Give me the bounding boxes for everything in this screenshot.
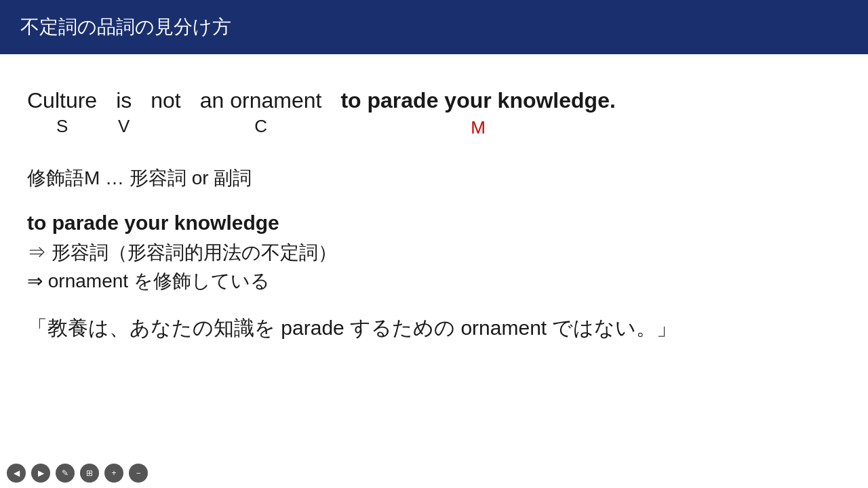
page-header: 不定詞の品詞の見分け方 — [0, 0, 868, 54]
modifier-text: 修飾語M … 形容詞 or 副詞 — [27, 165, 841, 191]
bottom-controls: ◀ ▶ ✎ ⊞ + − — [7, 464, 148, 483]
word-group-not: not — [151, 88, 180, 137]
label-v: V — [118, 116, 130, 137]
label-c: C — [254, 116, 267, 137]
edit-button[interactable]: ✎ — [56, 464, 75, 483]
translation-section: 「教養は、あなたの知識を parade するための ornament ではない。… — [27, 314, 841, 342]
label-empty — [163, 116, 168, 137]
word-group-culture: Culture S — [27, 88, 97, 137]
word-not: not — [151, 88, 180, 113]
word-ornament: an ornament — [200, 88, 322, 113]
prev-button[interactable]: ◀ — [7, 464, 26, 483]
word-group-is: is V — [116, 88, 132, 137]
word-culture: Culture — [27, 88, 97, 113]
explanation-line-2: ⇒ ornament を修飾している — [27, 268, 841, 294]
sentence-block: Culture S is V not an ornament C to — [27, 88, 841, 138]
label-s: S — [56, 116, 68, 137]
explanation-title: to parade your knowledge — [27, 211, 841, 235]
main-content: Culture S is V not an ornament C to — [0, 54, 868, 363]
explanation-line-1: ⇒ 形容詞（形容詞的用法の不定詞） — [27, 240, 841, 266]
word-is: is — [116, 88, 132, 113]
zoom-in-button[interactable]: + — [104, 464, 123, 483]
word-group-toinf: to parade your knowledge . M — [340, 88, 615, 138]
word-toinf: to parade your knowledge — [340, 88, 610, 113]
word-group-ornament: an ornament C — [200, 88, 322, 137]
explanation-section: to parade your knowledge ⇒ 形容詞（形容詞的用法の不定… — [27, 211, 841, 294]
next-button[interactable]: ▶ — [31, 464, 50, 483]
translation-text: 「教養は、あなたの知識を parade するための ornament ではない。… — [27, 314, 841, 342]
sentence-period: . — [610, 88, 616, 113]
label-m: M — [471, 117, 486, 138]
zoom-out-button[interactable]: − — [129, 464, 148, 483]
modifier-section: 修飾語M … 形容詞 or 副詞 — [27, 165, 841, 191]
page-title: 不定詞の品詞の見分け方 — [20, 14, 231, 40]
grid-button[interactable]: ⊞ — [80, 464, 99, 483]
sentence-row: Culture S is V not an ornament C to — [27, 88, 841, 138]
